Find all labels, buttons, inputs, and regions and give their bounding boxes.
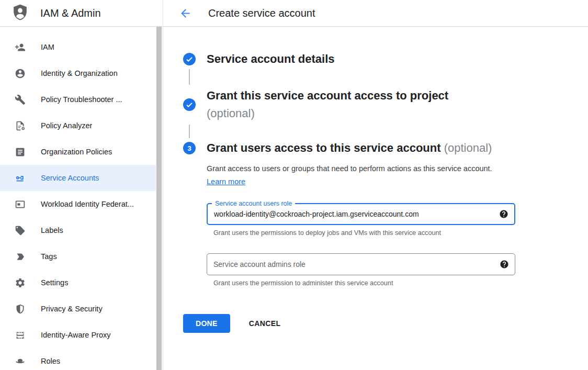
learn-more-link[interactable]: Learn more bbox=[207, 177, 245, 186]
page-header: Create service account bbox=[163, 0, 315, 26]
sidebar: IAM Identity & Organization Policy Troub… bbox=[0, 27, 163, 370]
step-3-content: Grant access to users or groups that nee… bbox=[207, 162, 588, 287]
users-role-helper-text: Grant users the permissions to deploy jo… bbox=[213, 229, 588, 237]
check-circle-icon bbox=[183, 53, 196, 65]
step-1-title: Service account details bbox=[207, 52, 335, 65]
card-icon bbox=[15, 198, 26, 210]
sidebar-item-label: Identity-Aware Proxy bbox=[41, 331, 111, 339]
wrench-icon bbox=[15, 94, 26, 105]
sidebar-item-privacy-security[interactable]: Privacy & Security bbox=[0, 296, 156, 322]
arrow-back-icon bbox=[179, 7, 192, 20]
step-3-indicator: 3 bbox=[183, 142, 196, 154]
sidebar-item-label: Privacy & Security bbox=[41, 305, 103, 313]
sidebar-item-identity-organization[interactable]: Identity & Organization bbox=[0, 60, 156, 86]
step-connector bbox=[189, 125, 190, 138]
done-button[interactable]: DONE bbox=[183, 314, 230, 333]
sidebar-item-label: Policy Analyzer bbox=[41, 121, 92, 130]
create-service-account-stepper: Service account details Grant this servi… bbox=[163, 27, 588, 333]
admins-role-help-button[interactable] bbox=[500, 260, 509, 269]
step-number-badge: 3 bbox=[183, 142, 196, 154]
sidebar-item-service-accounts[interactable]: Service Accounts bbox=[0, 165, 156, 191]
sidebar-item-label: Service Accounts bbox=[41, 174, 99, 182]
form-actions: DONE CANCEL bbox=[183, 314, 588, 333]
main-content: Service account details Grant this servi… bbox=[163, 27, 588, 370]
step-2-indicator bbox=[183, 98, 196, 111]
tag-arrow-icon bbox=[15, 251, 26, 262]
step-connector bbox=[189, 69, 190, 85]
document-gear-icon bbox=[15, 120, 26, 131]
users-role-help-button[interactable] bbox=[499, 209, 508, 219]
step-3-title: Grant users access to this service accou… bbox=[207, 141, 492, 154]
person-add-icon bbox=[15, 41, 26, 53]
account-circle-icon bbox=[15, 68, 26, 79]
check-circle-icon bbox=[183, 98, 196, 111]
sidebar-item-label: Labels bbox=[41, 226, 63, 234]
sidebar-item-label: Roles bbox=[41, 357, 60, 365]
product-header: IAM & Admin bbox=[0, 0, 163, 26]
step-1-indicator bbox=[183, 53, 196, 65]
admins-role-input[interactable] bbox=[207, 254, 515, 275]
sidebar-item-roles[interactable]: Roles bbox=[0, 348, 156, 370]
sidebar-scrollbar[interactable] bbox=[156, 27, 162, 370]
sidebar-item-policy-analyzer[interactable]: Policy Analyzer bbox=[0, 113, 156, 139]
sidebar-item-iam[interactable]: IAM bbox=[0, 34, 156, 60]
step-3: 3 Grant users access to this service acc… bbox=[183, 140, 588, 156]
iam-shield-person-icon bbox=[12, 4, 29, 23]
article-icon bbox=[15, 146, 26, 158]
sidebar-item-identity-aware-proxy[interactable]: Identity-Aware Proxy bbox=[0, 322, 156, 348]
sidebar-scrollbar-thumb[interactable] bbox=[156, 27, 162, 370]
sidebar-item-tags[interactable]: Tags bbox=[0, 243, 156, 270]
admins-role-helper-text: Grant users the permission to administer… bbox=[213, 279, 588, 287]
top-header: IAM & Admin Create service account bbox=[0, 0, 588, 27]
help-circle-icon bbox=[500, 260, 509, 269]
page-title: Create service account bbox=[208, 7, 315, 19]
sidebar-item-label: Workload Identity Federat... bbox=[41, 200, 134, 208]
step-2: Grant this service account access to pro… bbox=[183, 87, 588, 122]
sidebar-item-workload-identity-federation[interactable]: Workload Identity Federat... bbox=[0, 191, 156, 217]
shield-icon bbox=[15, 303, 26, 315]
gear-icon bbox=[15, 277, 26, 288]
sidebar-item-label: Identity & Organization bbox=[41, 69, 118, 77]
service-account-key-icon bbox=[15, 172, 26, 184]
service-account-users-role-field: Service account users role bbox=[207, 203, 515, 225]
sidebar-item-labels[interactable]: Labels bbox=[0, 217, 156, 243]
sidebar-item-label: Settings bbox=[41, 278, 68, 287]
step-2-optional: (optional) bbox=[207, 105, 448, 122]
help-circle-icon bbox=[499, 209, 508, 219]
proxy-gateway-icon bbox=[15, 329, 26, 341]
sidebar-item-organization-policies[interactable]: Organization Policies bbox=[0, 139, 156, 165]
service-account-admins-role-field bbox=[207, 253, 515, 275]
step-3-description: Grant access to users or groups that nee… bbox=[207, 162, 497, 188]
sidebar-item-label: Policy Troubleshooter ... bbox=[41, 95, 122, 104]
sidebar-item-settings[interactable]: Settings bbox=[0, 270, 156, 296]
users-role-input[interactable] bbox=[208, 204, 514, 224]
product-title: IAM & Admin bbox=[40, 7, 101, 19]
sidebar-item-label: IAM bbox=[41, 43, 54, 51]
step-1: Service account details bbox=[183, 51, 588, 67]
sidebar-item-label: Tags bbox=[41, 252, 57, 261]
sidebar-item-label: Organization Policies bbox=[41, 148, 112, 156]
back-button[interactable] bbox=[178, 6, 192, 20]
step-2-title: Grant this service account access to pro… bbox=[207, 87, 448, 105]
label-tag-icon bbox=[15, 225, 26, 236]
cancel-button[interactable]: CANCEL bbox=[249, 319, 281, 328]
step-3-optional: (optional) bbox=[444, 141, 492, 154]
sidebar-item-policy-troubleshooter[interactable]: Policy Troubleshooter ... bbox=[0, 86, 156, 113]
hat-icon bbox=[15, 355, 26, 367]
